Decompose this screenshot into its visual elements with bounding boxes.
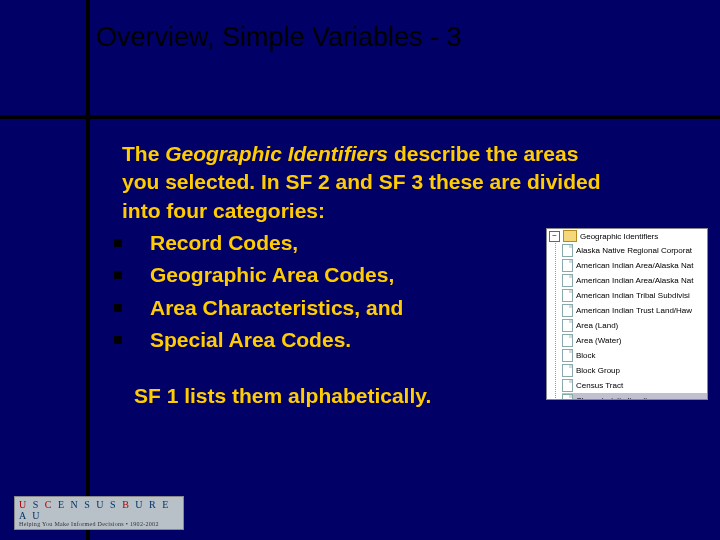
collapse-icon[interactable]: − xyxy=(549,231,560,242)
tree-item[interactable]: Census Tract xyxy=(562,378,707,393)
tree-item[interactable]: American Indian Area/Alaska Nat xyxy=(562,273,707,288)
tree-root-label: Geographic Identifiers xyxy=(580,232,658,241)
tree-item[interactable]: Block Group xyxy=(562,363,707,378)
bullet-text: Area Characteristics, and xyxy=(150,296,403,319)
tree-item-label: Area (Water) xyxy=(576,336,622,345)
document-icon xyxy=(562,274,573,287)
bullet-square-icon xyxy=(114,304,122,312)
document-icon xyxy=(562,379,573,392)
vertical-divider xyxy=(86,0,90,540)
intro-paragraph: The Geographic Identifiers describe the … xyxy=(122,140,602,225)
tree-root[interactable]: − Geographic Identifiers xyxy=(547,229,707,243)
tree-item-label: Area (Land) xyxy=(576,321,618,330)
bullet-square-icon xyxy=(114,271,122,279)
tree-item-label: American Indian Tribal Subdivisi xyxy=(576,291,690,300)
tree-item[interactable]: American Indian Area/Alaska Nat xyxy=(562,258,707,273)
logo-sub-text: Helping You Make Informed Decisions • 19… xyxy=(19,521,179,527)
horizontal-divider xyxy=(0,115,720,119)
bullet-square-icon xyxy=(114,239,122,247)
tree-item[interactable]: American Indian Trust Land/Haw xyxy=(562,303,707,318)
document-icon xyxy=(562,289,573,302)
document-icon xyxy=(562,259,573,272)
bullet-text: Geographic Area Codes, xyxy=(150,263,394,286)
tree-item-label: Census Tract xyxy=(576,381,623,390)
tree-item-label: American Indian Trust Land/Haw xyxy=(576,306,692,315)
tree-item[interactable]: Area (Water) xyxy=(562,333,707,348)
document-icon xyxy=(562,319,573,332)
tree-item[interactable]: Block xyxy=(562,348,707,363)
tree-item-selected[interactable]: Characteristic Iteration xyxy=(562,393,707,400)
document-icon xyxy=(562,364,573,377)
tree-item-label: Block xyxy=(576,351,596,360)
slide: Overview, Simple Variables - 3 The Geogr… xyxy=(0,0,720,540)
document-icon xyxy=(562,334,573,347)
tree-item[interactable]: Alaska Native Regional Corporat xyxy=(562,243,707,258)
tree-item-label: Block Group xyxy=(576,366,620,375)
document-icon xyxy=(562,349,573,362)
tree-item-label: Characteristic Iteration xyxy=(576,396,656,400)
tree-item-label: American Indian Area/Alaska Nat xyxy=(576,276,693,285)
tree-item-label: American Indian Area/Alaska Nat xyxy=(576,261,693,270)
document-icon xyxy=(562,304,573,317)
logo-main-text: U S C E N S U S B U R E A U xyxy=(19,499,179,521)
bullet-text: Record Codes, xyxy=(150,231,298,254)
tree-panel[interactable]: − Geographic Identifiers Alaska Native R… xyxy=(546,228,708,400)
tree-item-label: Alaska Native Regional Corporat xyxy=(576,246,692,255)
bullet-square-icon xyxy=(114,336,122,344)
document-icon xyxy=(562,394,573,400)
document-icon xyxy=(562,244,573,257)
census-logo: U S C E N S U S B U R E A U Helping You … xyxy=(14,496,184,530)
tree-children: Alaska Native Regional Corporat American… xyxy=(555,243,707,400)
tree-item[interactable]: Area (Land) xyxy=(562,318,707,333)
slide-title: Overview, Simple Variables - 3 xyxy=(96,22,462,53)
tree-item[interactable]: American Indian Tribal Subdivisi xyxy=(562,288,707,303)
intro-pre: The xyxy=(122,142,165,165)
intro-italic: Geographic Identifiers xyxy=(165,142,388,165)
folder-icon xyxy=(563,230,577,242)
bullet-text: Special Area Codes. xyxy=(150,328,351,351)
